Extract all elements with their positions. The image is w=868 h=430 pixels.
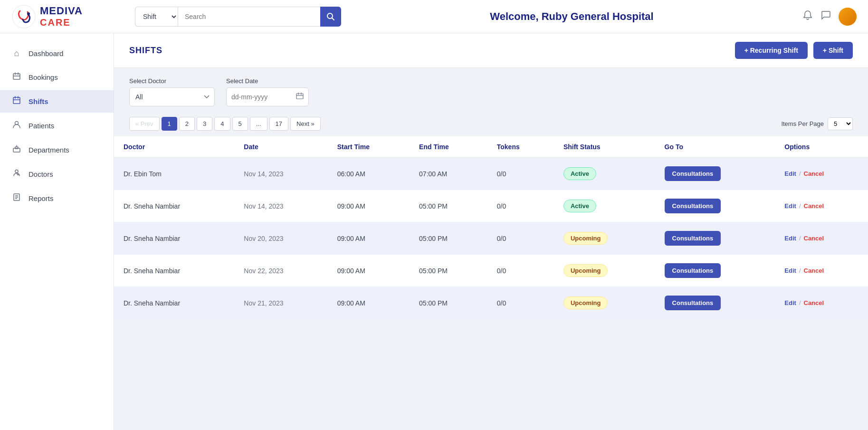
recurring-shift-button[interactable]: + Recurring Shift — [735, 42, 808, 59]
consultations-button[interactable]: Consultations — [665, 263, 721, 278]
col-date: Date — [234, 136, 327, 158]
cancel-link[interactable]: Cancel — [804, 202, 824, 210]
cell-status: Upcoming — [554, 255, 655, 287]
logo-care: CARE — [40, 17, 83, 28]
search-icon — [326, 12, 335, 21]
cell-goto: Consultations — [655, 222, 775, 255]
table-row: Dr. Sneha Nambiar Nov 14, 2023 09:00 AM … — [114, 190, 868, 222]
cell-options: Edit / Cancel — [775, 190, 868, 222]
doctor-filter-select[interactable]: All Dr. Ebin Tom Dr. Sneha Nambiar — [129, 87, 215, 106]
status-badge: Upcoming — [563, 232, 608, 245]
sidebar-label-reports: Reports — [29, 194, 54, 202]
calendar-icon[interactable] — [296, 92, 304, 102]
items-per-page-select[interactable]: 5 10 20 50 — [828, 117, 853, 130]
next-page-button[interactable]: Next » — [290, 117, 321, 131]
cell-tokens: 0/0 — [487, 222, 554, 255]
status-badge: Upcoming — [563, 296, 608, 309]
cell-start-time: 06:00 AM — [328, 158, 410, 190]
edit-link[interactable]: Edit — [784, 202, 796, 210]
prev-page-button[interactable]: « Prev — [129, 117, 160, 131]
cell-start-time: 09:00 AM — [328, 255, 410, 287]
bookings-icon — [11, 72, 22, 83]
page-4-button[interactable]: 4 — [214, 117, 230, 131]
chat-button[interactable] — [820, 10, 831, 23]
options-divider: / — [799, 202, 801, 210]
cell-status: Upcoming — [554, 222, 655, 255]
col-tokens: Tokens — [487, 136, 554, 158]
options-divider: / — [799, 170, 801, 177]
cell-end-time: 05:00 PM — [410, 287, 487, 319]
cancel-link[interactable]: Cancel — [804, 170, 824, 177]
cell-start-time: 09:00 AM — [328, 190, 410, 222]
cancel-link[interactable]: Cancel — [804, 299, 824, 306]
avatar[interactable] — [839, 8, 857, 26]
page-17-button[interactable]: 17 — [269, 117, 288, 131]
options-divider: / — [799, 235, 801, 242]
cancel-link[interactable]: Cancel — [804, 235, 824, 242]
page-title: SHIFTS — [129, 46, 162, 56]
cell-options: Edit / Cancel — [775, 255, 868, 287]
search-type-select[interactable]: Shift Doctor Patient — [135, 7, 178, 27]
notification-button[interactable] — [802, 10, 813, 23]
sidebar-item-doctors[interactable]: Doctors — [0, 163, 114, 185]
add-shift-button[interactable]: + Shift — [813, 42, 853, 59]
cell-goto: Consultations — [655, 158, 775, 190]
table-row: Dr. Sneha Nambiar Nov 20, 2023 09:00 AM … — [114, 222, 868, 255]
departments-icon — [11, 144, 22, 155]
pagination-bar: « Prev 1 2 3 4 5 ... 17 Next » Items Per… — [114, 111, 868, 136]
cell-goto: Consultations — [655, 287, 775, 319]
svg-rect-8 — [13, 97, 20, 104]
search-input[interactable] — [178, 7, 320, 27]
consultations-button[interactable]: Consultations — [665, 296, 721, 310]
status-badge: Active — [563, 200, 596, 212]
filters-bar: Select Doctor All Dr. Ebin Tom Dr. Sneha… — [114, 68, 868, 111]
edit-link[interactable]: Edit — [784, 170, 796, 177]
sidebar-item-patients[interactable]: Patients — [0, 115, 114, 137]
table-row: Dr. Ebin Tom Nov 14, 2023 06:00 AM 07:00… — [114, 158, 868, 190]
sidebar-item-shifts[interactable]: Shifts — [0, 90, 114, 113]
col-goto: Go To — [655, 136, 775, 158]
edit-link[interactable]: Edit — [784, 299, 796, 306]
cell-tokens: 0/0 — [487, 190, 554, 222]
table-row: Dr. Sneha Nambiar Nov 21, 2023 09:00 AM … — [114, 287, 868, 319]
date-input[interactable] — [231, 93, 293, 101]
header-actions: + Recurring Shift + Shift — [735, 42, 853, 59]
date-input-wrap — [226, 87, 309, 106]
sidebar-item-reports[interactable]: Reports — [0, 187, 114, 210]
shifts-table: Doctor Date Start Time End Time Tokens S… — [114, 136, 868, 319]
consultations-button[interactable]: Consultations — [665, 231, 721, 246]
search-button[interactable] — [320, 7, 341, 27]
cell-goto: Consultations — [655, 255, 775, 287]
sidebar-label-bookings: Bookings — [29, 73, 58, 81]
cell-tokens: 0/0 — [487, 158, 554, 190]
page-2-button[interactable]: 2 — [179, 117, 195, 131]
chat-icon — [820, 10, 831, 20]
edit-link[interactable]: Edit — [784, 235, 796, 242]
doctor-filter-group: Select Doctor All Dr. Ebin Tom Dr. Sneha… — [129, 77, 215, 106]
options-divider: / — [799, 267, 801, 274]
status-badge: Active — [563, 167, 596, 180]
sidebar-label-shifts: Shifts — [29, 97, 48, 105]
consultations-button[interactable]: Consultations — [665, 166, 721, 181]
cancel-link[interactable]: Cancel — [804, 267, 824, 274]
doctor-filter-label: Select Doctor — [129, 77, 215, 85]
cell-start-time: 09:00 AM — [328, 222, 410, 255]
page-1-button[interactable]: 1 — [162, 117, 177, 131]
page-3-button[interactable]: 3 — [197, 117, 212, 131]
sidebar-item-dashboard[interactable]: ⌂ Dashboard — [0, 43, 114, 64]
date-filter-label: Select Date — [226, 77, 309, 85]
sidebar-label-dashboard: Dashboard — [29, 49, 63, 57]
consultations-button[interactable]: Consultations — [665, 199, 721, 213]
table-container: Doctor Date Start Time End Time Tokens S… — [114, 136, 868, 319]
col-start-time: Start Time — [328, 136, 410, 158]
sidebar-item-bookings[interactable]: Bookings — [0, 66, 114, 88]
sidebar-item-departments[interactable]: Departments — [0, 139, 114, 161]
cell-status: Active — [554, 190, 655, 222]
svg-point-0 — [12, 5, 35, 28]
status-badge: Upcoming — [563, 264, 608, 277]
logo-text: MEDIVA CARE — [40, 5, 83, 27]
cell-date: Nov 22, 2023 — [234, 255, 327, 287]
doctors-icon — [11, 169, 22, 180]
edit-link[interactable]: Edit — [784, 267, 796, 274]
page-5-button[interactable]: 5 — [232, 117, 248, 131]
